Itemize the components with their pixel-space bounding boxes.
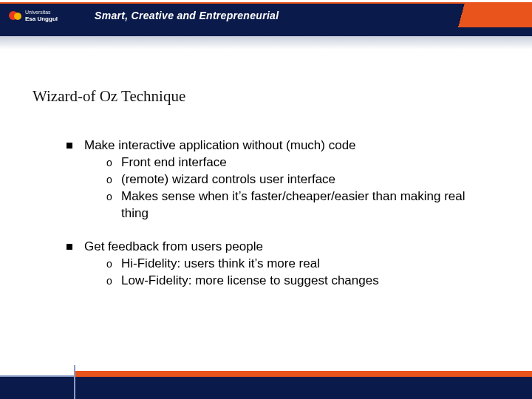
logo-mark-icon — [9, 9, 22, 22]
bullet-text: Make interactive application without (mu… — [84, 137, 356, 154]
sub-bullet-item: o (remote) wizard controls user interfac… — [106, 171, 488, 188]
circle-bullet-icon: o — [106, 273, 121, 290]
sub-bullet-text: Front end interface — [121, 154, 227, 171]
bullet-text: Get feedback from users people — [84, 239, 263, 256]
brand-logo: Universitas Esa Unggul — [6, 7, 80, 24]
brand-name: Esa Unggul — [25, 16, 58, 22]
sub-bullet-item: o Makes sense when it’s faster/cheaper/e… — [106, 188, 488, 222]
header-wedge — [451, 4, 532, 27]
bullet-item: Make interactive application without (mu… — [66, 137, 488, 222]
footer-orange-strip — [74, 371, 532, 377]
content-area: Make interactive application without (mu… — [66, 137, 488, 306]
square-bullet-icon — [66, 143, 72, 149]
header-gradient — [0, 36, 532, 50]
bullet-item: Get feedback from users people o Hi-Fide… — [66, 239, 488, 290]
brand-top: Universitas — [25, 9, 58, 16]
footer-divider — [74, 365, 75, 399]
circle-bullet-icon: o — [106, 171, 121, 188]
brand-text: Universitas Esa Unggul — [25, 9, 58, 22]
header-navy-strip — [0, 27, 532, 36]
footer-navy-strip — [0, 377, 532, 399]
footer-band — [0, 371, 532, 399]
slide-title: Wizard-of Oz Technique — [33, 87, 185, 106]
sub-bullet-text: (remote) wizard controls user interface — [121, 171, 335, 188]
sub-bullet-item: o Front end interface — [106, 154, 488, 171]
tagline: Smart, Creative and Entrepreneurial — [95, 10, 279, 21]
sub-bullet-item: o Low-Fidelity: more license to suggest … — [106, 273, 488, 290]
sub-bullet-text: Hi-Fidelity: users think it’s more real — [121, 256, 320, 273]
square-bullet-icon — [66, 244, 72, 250]
circle-bullet-icon: o — [106, 256, 121, 273]
sub-bullet-item: o Hi-Fidelity: users think it’s more rea… — [106, 256, 488, 273]
sub-bullet-text: Low-Fidelity: more license to suggest ch… — [121, 273, 379, 290]
sub-bullet-text: Makes sense when it’s faster/cheaper/eas… — [121, 188, 488, 222]
circle-bullet-icon: o — [106, 188, 121, 222]
circle-bullet-icon: o — [106, 154, 121, 171]
